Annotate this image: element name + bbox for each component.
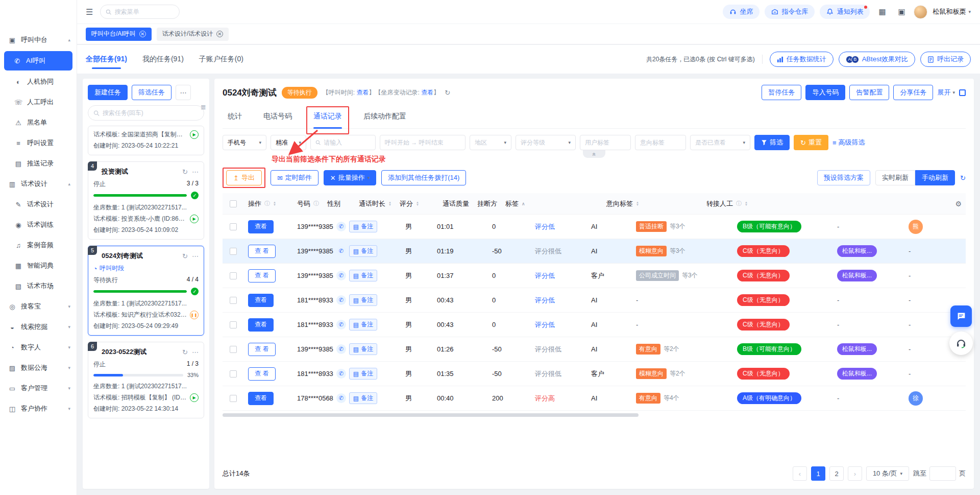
- new-task-button[interactable]: 新建任务: [88, 85, 128, 100]
- notification-list-button[interactable]: 通知列表: [820, 5, 870, 19]
- detail-tab[interactable]: 电话号码: [262, 105, 293, 128]
- next-page-button[interactable]: ›: [848, 466, 862, 481]
- task-more-icon[interactable]: ⋯: [176, 85, 191, 100]
- task-search-input[interactable]: [103, 109, 199, 116]
- batch-operations-button[interactable]: ✕批量操作▾: [324, 170, 376, 185]
- page-button[interactable]: 2: [829, 466, 844, 481]
- call-icon[interactable]: ✆: [336, 246, 346, 256]
- quality-link[interactable]: 评分低: [535, 271, 555, 280]
- sidebar-item-lead-mining[interactable]: ◒ 线索挖掘▾: [0, 317, 77, 337]
- sort-icon[interactable]: ▲▼: [416, 201, 419, 206]
- expand-toggle[interactable]: 展开▾: [937, 88, 955, 97]
- filter-select[interactable]: 是否已查看▾: [690, 135, 750, 150]
- workbench-icon[interactable]: ▦: [875, 5, 889, 19]
- call-icon[interactable]: ✆: [336, 222, 346, 231]
- column-header-intent[interactable]: 意向标签 ▲▼: [602, 199, 702, 208]
- view-record-button[interactable]: 查看: [248, 220, 274, 233]
- sidebar-item-push-records[interactable]: ▤ 推送记录: [0, 153, 77, 174]
- view-record-button[interactable]: 查看: [248, 294, 274, 307]
- call-icon[interactable]: ✆: [336, 393, 346, 403]
- refresh-table-icon[interactable]: ↻: [960, 174, 966, 182]
- user-menu[interactable]: 松鼠和板栗▾: [933, 7, 971, 16]
- row-checkbox[interactable]: [223, 297, 244, 304]
- 告警配置-button[interactable]: 告警配置: [849, 85, 889, 100]
- sidebar-item-script-market[interactable]: ▧ 话术市场: [0, 276, 77, 296]
- fullscreen-icon[interactable]: [959, 89, 966, 96]
- column-header-quality[interactable]: 通话质量: [438, 199, 473, 208]
- 暂停任务-button[interactable]: 暂停任务: [762, 85, 801, 100]
- sidebar-item-data-pool[interactable]: ▨ 数据公海▾: [0, 358, 77, 378]
- task-refresh-icon[interactable]: ↻: [182, 168, 188, 176]
- table-row[interactable]: 查看 181****8933 ✆ ▤备注 男 00:43 0 评分低 AI - …: [223, 288, 966, 313]
- page-size-select[interactable]: 10 条/页▾: [866, 466, 909, 481]
- filter-select[interactable]: 评分等级▾: [516, 135, 576, 150]
- view-record-button[interactable]: 查看: [248, 367, 276, 381]
- sidebar-item-monitor[interactable]: ▣ 呼叫中台▴: [0, 30, 77, 50]
- jump-page-input[interactable]: [929, 466, 956, 481]
- prev-page-button[interactable]: ‹: [793, 466, 807, 481]
- task-more-icon[interactable]: ⋯: [192, 252, 199, 260]
- view-call-time-link[interactable]: 查看: [357, 89, 369, 96]
- task-list-collapse-icon[interactable]: ≣: [201, 103, 206, 111]
- play-icon[interactable]: ▶: [190, 130, 199, 139]
- row-checkbox[interactable]: [223, 272, 244, 279]
- sort-icon[interactable]: ▲▼: [745, 201, 748, 206]
- sidebar-item-script-design-group[interactable]: ▥ 话术设计▴: [0, 174, 77, 194]
- column-header-transfer[interactable]: 转接人工 ⓘ ▲▼: [702, 199, 774, 208]
- call-icon[interactable]: ✆: [336, 271, 346, 280]
- column-header-hangup[interactable]: 挂断方: [473, 199, 501, 208]
- filter-select[interactable]: 手机号▾: [223, 135, 266, 150]
- column-header-score[interactable]: 评分 ▲▼: [396, 199, 438, 208]
- task-data-stats-button[interactable]: 任务数据统计: [770, 52, 834, 67]
- sidebar-item-manual-outbound[interactable]: ☏ 人工呼出: [0, 92, 77, 112]
- sidebar-item-script-design[interactable]: ✎ 话术设计: [0, 194, 77, 215]
- filter-task-button[interactable]: 筛选任务: [132, 85, 172, 100]
- sidebar-item-smart-dictionary[interactable]: ▦ 智能词典: [0, 255, 77, 276]
- row-checkbox[interactable]: [223, 346, 244, 353]
- call-icon[interactable]: ✆: [336, 295, 346, 305]
- sidebar-item-ai-call[interactable]: ✆ AI呼叫: [4, 51, 72, 70]
- column-settings-gear-icon[interactable]: ⚙: [955, 200, 962, 208]
- menu-search-input[interactable]: [115, 8, 175, 15]
- column-header-duration[interactable]: 通话时长 ▲▼: [355, 199, 396, 208]
- realtime-refresh-button[interactable]: 实时刷新: [875, 170, 915, 185]
- advanced-filter-button[interactable]: ≡高级筛选: [832, 138, 865, 147]
- call-icon[interactable]: ✆: [336, 369, 346, 379]
- refresh-meta-icon[interactable]: ↻: [445, 89, 450, 97]
- row-checkbox[interactable]: [223, 321, 244, 328]
- filter-input[interactable]: [580, 135, 631, 150]
- task-card[interactable]: 5 0524刘奇测试 ↻⋯ ◔呼叫时段 等待执行4 / 4 ✓ 坐席数量: 1 …: [88, 246, 204, 336]
- task-search[interactable]: [88, 105, 204, 121]
- sidebar-item-digital-human[interactable]: ◔ 数字人▾: [0, 337, 77, 358]
- view-record-button[interactable]: 查看: [248, 392, 274, 405]
- view-record-button[interactable]: 查看: [248, 318, 274, 332]
- row-checkbox[interactable]: [223, 370, 244, 378]
- filter-reset-button[interactable]: ↻重置: [794, 135, 828, 150]
- task-more-icon[interactable]: ⋯: [192, 348, 199, 356]
- task-scope-tab[interactable]: 子账户任务(0): [199, 45, 243, 74]
- filter-select[interactable]: 地区▾: [470, 135, 511, 150]
- call-icon[interactable]: ✆: [336, 344, 346, 354]
- quality-link[interactable]: 评分低: [535, 320, 555, 329]
- abtest-compare-button[interactable]: AB ABtest效果对比: [839, 52, 915, 67]
- view-record-button[interactable]: 查看: [248, 343, 276, 356]
- menu-search[interactable]: [100, 5, 180, 19]
- task-scope-tab[interactable]: 我的任务(91): [142, 45, 184, 74]
- column-header-number[interactable]: 号码 ⓘ: [293, 199, 323, 208]
- chat-widget-button[interactable]: [950, 305, 972, 327]
- sort-icon[interactable]: ▲▼: [636, 201, 639, 206]
- user-avatar[interactable]: [914, 5, 927, 19]
- note-button[interactable]: ▤备注: [349, 221, 377, 232]
- close-icon[interactable]: ✕: [139, 31, 146, 37]
- task-more-icon[interactable]: ⋯: [192, 168, 199, 176]
- 分享任务-button[interactable]: 分享任务: [893, 85, 933, 100]
- table-row[interactable]: 查看 139****9385 ✆ ▤备注 男 01:01 0 评分低 AI 普适…: [223, 215, 966, 239]
- note-button[interactable]: ▤备注: [349, 319, 377, 331]
- filter-input[interactable]: [635, 135, 686, 150]
- table-row[interactable]: 查看 178****0568 ✆ ▤备注 男 00:40 200 评分高 AI …: [223, 386, 966, 411]
- quality-link[interactable]: 评分很低: [535, 345, 561, 354]
- 导入号码-button[interactable]: 导入号码: [805, 85, 845, 100]
- column-header-tags[interactable]: 标签 ∧: [501, 199, 602, 208]
- sidebar-item-call-settings[interactable]: ≡ 呼叫设置: [0, 133, 77, 153]
- filter-keyword-input[interactable]: [324, 139, 371, 146]
